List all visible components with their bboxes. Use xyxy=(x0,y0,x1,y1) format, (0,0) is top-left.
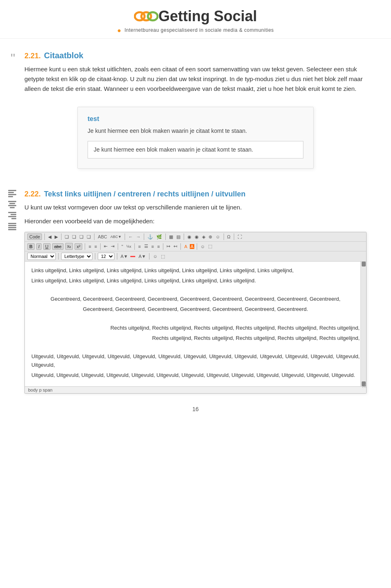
editor-line-justify1: Uitgevuld, Uitgevuld, Uitgevuld, Uitgevu… xyxy=(31,352,360,370)
logo-icon xyxy=(134,7,158,25)
logo-text: Getting Social xyxy=(158,8,257,25)
strikethrough-button[interactable]: abc xyxy=(52,243,64,250)
page-header: Getting Social ● Internetbureau gespecia… xyxy=(0,0,391,39)
font-select[interactable]: Lettertype xyxy=(61,253,92,260)
embed-btn[interactable]: ⬚ xyxy=(160,253,166,260)
align-right-icon xyxy=(8,212,16,219)
emoticons-icon[interactable]: ☺ xyxy=(200,244,206,249)
editor-body[interactable]: Links uitgelijnd, Links uitgelijnd, Link… xyxy=(25,262,366,386)
toolbar-sep-20 xyxy=(149,253,149,260)
fullscreen-icon[interactable]: ⛶ xyxy=(237,234,243,240)
blockquote-icon[interactable]: " xyxy=(121,244,124,249)
style-select[interactable]: Normaal xyxy=(27,253,56,260)
link-icon[interactable]: ⚓ xyxy=(147,234,154,240)
color-fg-icon[interactable]: A xyxy=(183,244,188,249)
editor-line-justify2: Uitgevuld, Uitgevuld, Uitgevuld, Uitgevu… xyxy=(31,371,360,380)
layout-icon[interactable]: ▤ xyxy=(176,234,181,240)
undo-icon[interactable]: ◀ xyxy=(47,234,52,240)
smiley-btn[interactable]: ☺ xyxy=(152,253,158,259)
editor-toolbar-row1[interactable]: Code ◀ ▶ ❏ ❏ ❏ ❏ ABC ABC▼ ← → xyxy=(25,232,366,242)
section-22-body2: Hieronder een voorbeeld van de mogelijkh… xyxy=(24,216,367,226)
spell2-icon[interactable]: ABC▼ xyxy=(110,234,122,239)
editor-line-center2: Gecentreerd, Gecentreerd, Gecentreerd, G… xyxy=(31,305,360,314)
outdent-icon[interactable]: ⇤ xyxy=(103,243,108,249)
paste2-icon[interactable]: ❏ xyxy=(79,234,84,240)
color-bg-icon[interactable]: A xyxy=(190,244,194,249)
misc5-icon[interactable]: ☺ xyxy=(215,234,221,240)
size-select[interactable]: 12 xyxy=(98,253,114,260)
quote-icon: " xyxy=(11,51,15,66)
media-icon[interactable]: ⬚ xyxy=(207,243,213,249)
section-22-number: 2.22. xyxy=(24,190,41,198)
superscript-button[interactable]: x² xyxy=(75,243,82,250)
redo-icon[interactable]: ▶ xyxy=(54,234,59,240)
demo-box: test Je kunt hiermee een blok maken waar… xyxy=(77,107,314,169)
editor-toolbar-row2[interactable]: B I U abc x₂ x² ≡ ≡ ⇤ ⇥ " ¼x ≡ ☰ ≡ xyxy=(25,242,366,251)
toolbar-sep-4 xyxy=(125,233,125,240)
section-21-number: 2.21. xyxy=(24,52,41,60)
toolbar-sep-3 xyxy=(94,233,94,240)
misc4-icon[interactable]: ⊕ xyxy=(208,234,213,240)
dir-rtl-icon[interactable]: ↤ xyxy=(173,243,178,249)
paste3-icon[interactable]: ❏ xyxy=(86,234,92,240)
misc1-icon[interactable]: ◉ xyxy=(187,234,192,240)
misc3-icon[interactable]: ◈ xyxy=(201,234,206,240)
ol-icon[interactable]: ≡ xyxy=(94,244,98,249)
align-center-icon xyxy=(8,201,16,208)
editor-toolbar-row3[interactable]: Normaal Lettertype 12 A▼ A▼ ☺ ⬚ xyxy=(25,251,366,262)
misc2-icon[interactable]: ◉ xyxy=(194,234,200,240)
toolbar-sep-6 xyxy=(165,233,166,240)
table-icon[interactable]: ▦ xyxy=(168,234,174,240)
align-center-btn[interactable]: ☰ xyxy=(143,243,149,249)
italic-button[interactable]: I xyxy=(36,243,42,250)
back-icon[interactable]: ← xyxy=(127,234,134,240)
font-color-swatch xyxy=(130,256,135,257)
toolbar-sep-8 xyxy=(224,233,224,240)
toolbar-sep-12 xyxy=(118,243,118,250)
toolbar-sep-14 xyxy=(163,243,163,250)
code-button[interactable]: Code xyxy=(27,233,42,240)
editor-content-area: Links uitgelijnd, Links uitgelijnd, Link… xyxy=(25,262,366,386)
scrollbar-up[interactable] xyxy=(362,262,366,266)
dir-ltr-icon[interactable]: ↦ xyxy=(166,243,171,249)
editor-line-left1: Links uitgelijnd, Links uitgelijnd, Link… xyxy=(31,266,360,275)
toolbar-sep-19 xyxy=(117,253,117,260)
toolbar-sep-16 xyxy=(197,243,197,250)
spell-icon[interactable]: ABC xyxy=(97,234,108,240)
alignment-icons xyxy=(8,190,16,232)
page-content: " 2.21. Citaatblok Hiermee kunt u een st… xyxy=(0,51,391,394)
paste-icon[interactable]: ❏ xyxy=(71,234,77,240)
omega-icon[interactable]: Ω xyxy=(226,234,231,240)
demo-box-quote: Je kunt hiermee een blok maken waarin je… xyxy=(88,141,303,159)
font-color-btn[interactable]: A▼ xyxy=(120,253,129,259)
editor-line-center1: Gecentreerd, Gecentreerd, Gecentreerd, G… xyxy=(31,295,360,304)
font-color2-btn[interactable]: A▼ xyxy=(138,253,147,259)
forward-icon[interactable]: → xyxy=(135,234,141,240)
align-justify-btn[interactable]: ≡ xyxy=(156,244,160,249)
align-right-btn[interactable]: ≡ xyxy=(151,244,155,249)
toolbar-sep-1 xyxy=(44,233,45,240)
resize-icon xyxy=(362,384,366,388)
align-left-btn[interactable]: ≡ xyxy=(137,244,141,249)
toolbar-sep-2 xyxy=(61,233,62,240)
image-icon[interactable]: 🌿 xyxy=(156,234,163,240)
bold-button[interactable]: B xyxy=(27,243,35,250)
lang-icon[interactable]: ¼x xyxy=(125,244,132,249)
resize-handle[interactable] xyxy=(362,382,366,386)
subscript-button[interactable]: x₂ xyxy=(65,243,73,250)
section-22-title: Tekst links uitlijnen / centreren / rech… xyxy=(44,190,246,198)
svg-line-5 xyxy=(365,387,366,388)
section-22-header: 2.22. Tekst links uitlijnen / centreren … xyxy=(24,190,367,198)
section-22-body1: U kunt uw tekst vormgeven door uw tekst … xyxy=(24,203,367,212)
ul-icon[interactable]: ≡ xyxy=(88,244,92,249)
toolbar-sep-11 xyxy=(100,243,101,250)
copy-icon[interactable]: ❏ xyxy=(64,234,70,240)
underline-button[interactable]: U xyxy=(43,243,51,250)
demo-box-title: test xyxy=(88,115,303,123)
toolbar-sep-9 xyxy=(234,233,234,240)
section-22-wrapper: 2.22. Tekst links uitlijnen / centreren … xyxy=(24,190,367,394)
indent-icon[interactable]: ⇥ xyxy=(110,243,115,249)
svg-point-2 xyxy=(148,12,158,20)
editor-scrollbar[interactable] xyxy=(360,262,366,386)
tagline: ● Internetbureau gespecialiseerd in soci… xyxy=(0,27,391,34)
